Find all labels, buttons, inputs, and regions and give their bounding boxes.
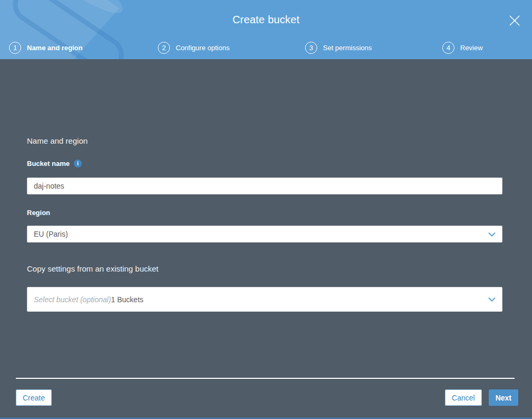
step-2-circle: 2: [158, 42, 170, 54]
modal-title: Create bucket: [0, 14, 532, 26]
step-configure-options: 2 Configure options: [158, 41, 230, 54]
close-button[interactable]: [507, 13, 522, 29]
next-button[interactable]: Next: [489, 389, 518, 406]
step-4-label: Review: [460, 44, 483, 52]
bucket-name-label: Bucket name i: [27, 160, 82, 167]
bucket-select-placeholder: Select bucket (optional): [34, 295, 111, 304]
bucket-count: 1 Buckets: [111, 295, 143, 304]
step-1-label: Name and region: [27, 44, 82, 52]
modal-header: Create bucket 1 Name and region 2 Config…: [0, 0, 532, 59]
create-bucket-modal: Create bucket 1 Name and region 2 Config…: [0, 0, 532, 419]
step-4-circle: 4: [442, 42, 454, 54]
step-1-circle: 1: [9, 42, 21, 54]
create-button[interactable]: Create: [16, 389, 52, 406]
step-review: 4 Review: [442, 41, 483, 54]
footer-actions: Cancel Next: [445, 389, 518, 406]
step-name-and-region: 1 Name and region: [9, 41, 82, 54]
cancel-button[interactable]: Cancel: [445, 389, 482, 406]
modal-body: Name and region Bucket name i Region EU …: [0, 59, 532, 419]
section-title-name-and-region: Name and region: [27, 136, 88, 145]
region-select[interactable]: EU (Paris): [27, 226, 502, 243]
region-label: Region: [27, 209, 50, 217]
chevron-down-icon: [488, 232, 496, 237]
step-set-permissions: 3 Set permissions: [305, 41, 372, 54]
step-3-label: Set permissions: [323, 44, 372, 52]
section-title-copy-settings: Copy settings from an existing bucket: [27, 264, 158, 273]
copy-settings-bucket-select[interactable]: Select bucket (optional)1 Buckets: [27, 287, 502, 312]
bucket-name-input[interactable]: [27, 178, 502, 194]
close-icon: [508, 14, 521, 27]
chevron-down-icon: [488, 297, 496, 302]
region-selected-value: EU (Paris): [34, 230, 68, 238]
footer-divider: [16, 378, 515, 379]
info-icon[interactable]: i: [74, 160, 82, 167]
step-2-label: Configure options: [176, 44, 230, 52]
step-3-circle: 3: [305, 42, 317, 54]
